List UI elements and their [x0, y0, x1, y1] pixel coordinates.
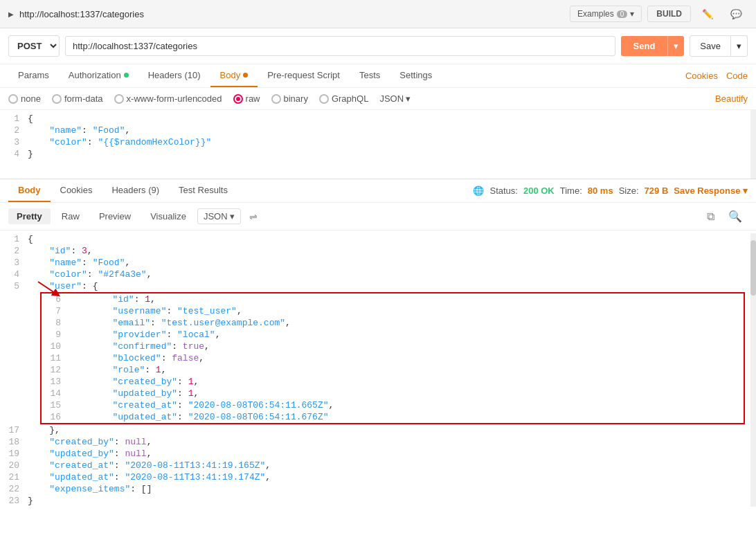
resp-line-18: 18 "created_by": null, [0, 436, 756, 448]
resp-line-16: 16 "updated_at": "2020-08-08T06:54:11.67… [42, 411, 744, 423]
examples-badge: 0 [617, 10, 628, 18]
send-dropdown-button[interactable]: ▾ [667, 36, 684, 56]
resp-line-13: 13 "created_by": 1, [42, 376, 744, 388]
examples-label: Examples [577, 9, 614, 19]
editor-scrollbar[interactable] [750, 110, 756, 179]
rtab-body[interactable]: Body [8, 179, 51, 202]
code-line-1: 1 { [0, 113, 756, 125]
url-input[interactable] [65, 36, 615, 56]
response-content: 1 { 2 "id": 3, 3 "name": "Food", 4 "colo… [0, 233, 756, 507]
resp-line-23: 23 } [0, 495, 756, 507]
code-line-4: 4 } [0, 148, 756, 160]
time-value: 80 ms [588, 186, 613, 196]
rtab-headers[interactable]: Headers (9) [102, 179, 169, 202]
resp-line-22: 22 "expense_items": [] [0, 483, 756, 495]
code-link[interactable]: Code [726, 71, 748, 81]
request-tabs: Params Authorization Headers (10) Body P… [0, 64, 756, 88]
body-type-binary[interactable]: binary [271, 93, 308, 104]
current-url: http://localhost:1337/categories [19, 9, 144, 19]
resp-line-21: 21 "updated_at": "2020-08-11T13:41:19.17… [0, 471, 756, 483]
method-select[interactable]: POST [8, 35, 60, 57]
resp-line-2: 2 "id": 3, [0, 245, 756, 257]
body-type-none[interactable]: none [8, 93, 41, 104]
format-pretty-button[interactable]: Pretty [8, 208, 51, 224]
response-scrollbar-thumb[interactable] [750, 240, 756, 296]
globe-icon: 🌐 [473, 186, 484, 196]
format-right-icons: ⧉ 🔍 [701, 207, 748, 226]
url-bar: ▶ http://localhost:1337/categories Examp… [0, 0, 756, 28]
format-type-select[interactable]: JSON ▾ [197, 208, 241, 224]
tab-authorization[interactable]: Authorization [59, 64, 138, 87]
radio-urlencoded [114, 94, 124, 104]
resp-line-3: 3 "name": "Food", [0, 257, 756, 269]
request-body-editor[interactable]: 1 { 2 "name": "Food", 3 "color": "{{$ran… [0, 110, 756, 179]
body-type-urlencoded[interactable]: x-www-form-urlencoded [114, 93, 222, 104]
body-type-raw[interactable]: raw [233, 93, 260, 104]
examples-chevron-icon: ▾ [630, 9, 634, 19]
annotation-arrow [35, 280, 62, 301]
copy-icon[interactable]: ⧉ [701, 207, 720, 226]
radio-binary [271, 94, 281, 104]
cookies-link[interactable]: Cookies [685, 71, 718, 81]
authorization-dot [124, 73, 129, 78]
save-button[interactable]: Save [690, 35, 731, 57]
tab-pre-request-script[interactable]: Pre-request Script [258, 64, 350, 87]
resp-line-20: 20 "created_at": "2020-08-11T13:41:19.16… [0, 460, 756, 471]
resp-line-6: 6 "id": 1, [42, 293, 744, 305]
resp-line-5: 5 "user": { [0, 280, 756, 292]
save-dropdown-button[interactable]: ▾ [731, 35, 748, 57]
format-visualize-button[interactable]: Visualize [142, 208, 195, 224]
response-body: 1 { 2 "id": 3, 3 "name": "Food", 4 "colo… [0, 231, 756, 509]
radio-raw [233, 94, 243, 104]
beautify-button[interactable]: Beautify [715, 93, 748, 104]
resp-line-1: 1 { [0, 233, 756, 245]
body-type-graphql[interactable]: GraphQL [319, 93, 368, 104]
wrap-lines-icon[interactable]: ⇌ [244, 208, 263, 225]
format-preview-button[interactable]: Preview [91, 208, 139, 224]
resp-line-17: 17 }, [0, 424, 756, 436]
body-type-bar: none form-data x-www-form-urlencoded raw… [0, 88, 756, 110]
resp-line-15: 15 "created_at": "2020-08-08T06:54:11.66… [42, 399, 744, 411]
rtab-cookies[interactable]: Cookies [51, 179, 102, 202]
tab-tests[interactable]: Tests [350, 64, 390, 87]
code-line-3: 3 "color": "{{$randomHexColor}}" [0, 136, 756, 148]
resp-line-19: 19 "updated_by": null, [0, 448, 756, 460]
chat-icon[interactable]: 💬 [725, 6, 748, 22]
resp-line-12: 12 "role": 1, [42, 364, 744, 376]
send-button[interactable]: Send [621, 36, 668, 56]
response-tabs: Body Cookies Headers (9) Test Results 🌐 … [0, 179, 756, 203]
send-group: Send ▾ [621, 36, 685, 56]
resp-line-10: 10 "confirmed": true, [42, 341, 744, 352]
user-object-box: 6 "id": 1, 7 "username": "test_user", 8 … [40, 292, 745, 424]
format-raw-button[interactable]: Raw [53, 208, 88, 224]
expand-arrow-icon: ▶ [8, 10, 14, 18]
resp-line-11: 11 "blocked": false, [42, 352, 744, 364]
size-value: 729 B [645, 186, 669, 196]
tab-settings[interactable]: Settings [390, 64, 442, 87]
radio-form-data [52, 94, 62, 104]
body-type-form-data[interactable]: form-data [52, 93, 103, 104]
request-bar: POST Send ▾ Save ▾ [0, 28, 756, 64]
format-bar: Pretty Raw Preview Visualize JSON ▾ ⇌ ⧉ … [0, 203, 756, 231]
edit-icon[interactable]: ✏️ [696, 6, 719, 22]
code-line-2: 2 "name": "Food", [0, 125, 756, 136]
tab-params[interactable]: Params [8, 64, 59, 87]
build-button[interactable]: BUILD [647, 6, 691, 22]
resp-line-9: 9 "provider": "local", [42, 329, 744, 341]
search-icon[interactable]: 🔍 [723, 207, 748, 226]
tab-headers[interactable]: Headers (10) [138, 64, 210, 87]
examples-button[interactable]: Examples 0 ▾ [570, 6, 642, 22]
response-scrollbar-track[interactable] [750, 233, 756, 507]
status-value: 200 OK [523, 186, 555, 196]
resp-line-8: 8 "email": "test.user@example.com", [42, 317, 744, 329]
save-group: Save ▾ [690, 35, 748, 57]
body-dot [243, 73, 248, 78]
tabs-right: Cookies Code [685, 71, 748, 81]
radio-none [8, 94, 18, 104]
tab-body[interactable]: Body [210, 64, 258, 87]
resp-line-14: 14 "updated_by": 1, [42, 388, 744, 399]
rtab-test-results[interactable]: Test Results [169, 179, 237, 202]
radio-graphql [319, 94, 329, 104]
save-response-button[interactable]: Save Response ▾ [674, 186, 748, 196]
json-type-select[interactable]: JSON ▾ [379, 93, 411, 104]
